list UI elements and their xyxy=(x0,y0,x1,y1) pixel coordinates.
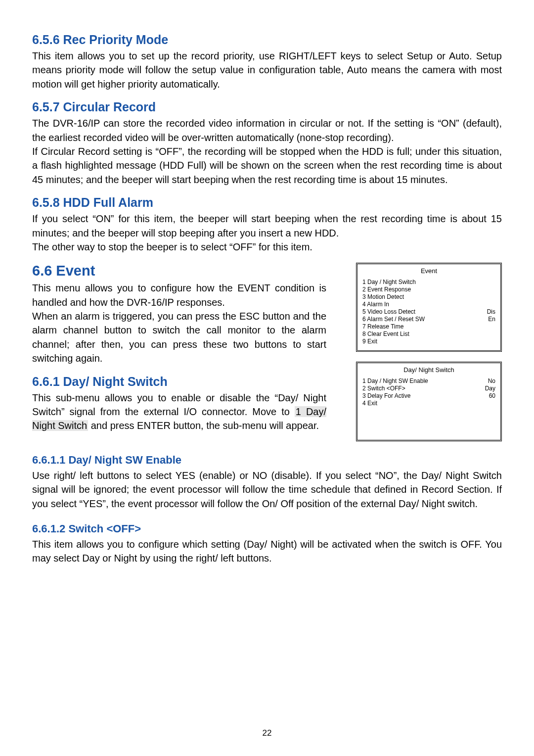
body-circular-2: If Circular Record setting is “OFF”, the… xyxy=(32,144,502,187)
day-night-panel-title: Day/ Night Switch xyxy=(362,366,495,374)
heading-rec-priority: 6.5.6 Rec Priority Mode xyxy=(32,33,502,47)
body-rec-priority: This item allows you to set up the recor… xyxy=(32,49,502,91)
heading-sw-enable: 6.6.1.1 Day/ Night SW Enable xyxy=(32,454,502,467)
event-panel-row: 8 Clear Event List xyxy=(362,331,495,338)
event-panel-row: 5 Video Loss DetectDis xyxy=(362,308,495,316)
panels-float: Event 1 Day / Night Switch 2 Event Respo… xyxy=(356,263,502,441)
body-hdd-2: The other way to stop the beeper is to s… xyxy=(32,240,502,254)
event-panel-row: 3 Motion Detect xyxy=(362,293,495,301)
dns-panel-row: 4 Exit xyxy=(362,400,495,407)
day-night-panel: Day/ Night Switch 1 Day / Night SW Enabl… xyxy=(356,362,502,441)
event-panel-row: 7 Release Time xyxy=(362,323,495,331)
body-switch-off: This item allows you to configure which … xyxy=(32,537,502,566)
body-day-night-post: and press ENTER button, the sub-menu wil… xyxy=(88,420,319,431)
dns-panel-pad xyxy=(362,407,495,435)
dns-panel-row: 1 Day / Night SW EnableNo xyxy=(362,378,495,385)
event-panel: Event 1 Day / Night Switch 2 Event Respo… xyxy=(356,263,502,352)
body-event-1: This menu allows you to configure how th… xyxy=(32,281,326,309)
dns-panel-row: 2 Switch <OFF>Day xyxy=(362,385,495,392)
event-panel-row: 6 Alarm Set / Reset SWEn xyxy=(362,316,495,323)
event-panel-title: Event xyxy=(362,267,495,275)
body-hdd-1: If you select “ON” for this item, the be… xyxy=(32,212,502,240)
page-number: 22 xyxy=(0,728,534,738)
body-sw-enable: Use right/ left buttons to select YES (e… xyxy=(32,469,502,511)
heading-switch-off: 6.6.1.2 Switch <OFF> xyxy=(32,522,502,535)
body-day-night: This sub-menu allows you to enable or di… xyxy=(32,391,326,433)
event-panel-body: 1 Day / Night Switch 2 Event Response 3 … xyxy=(362,279,495,345)
day-night-panel-body: 1 Day / Night SW EnableNo 2 Switch <OFF>… xyxy=(362,378,495,435)
event-panel-row: 1 Day / Night Switch xyxy=(362,279,495,286)
heading-circular-record: 6.5.7 Circular Record xyxy=(32,100,502,114)
body-day-night-pre: This sub-menu allows you to enable or di… xyxy=(32,392,326,417)
dns-panel-row: 3 Delay For Active60 xyxy=(362,392,495,400)
body-circular-1: The DVR-16/IP can store the recorded vid… xyxy=(32,116,502,144)
body-event-2: When an alarm is triggered, you can pres… xyxy=(32,309,326,366)
event-panel-row: 9 Exit xyxy=(362,338,495,345)
event-panel-row: 4 Alarm In xyxy=(362,301,495,308)
heading-hdd-full: 6.5.8 HDD Full Alarm xyxy=(32,195,502,210)
event-panel-row: 2 Event Response xyxy=(362,286,495,293)
